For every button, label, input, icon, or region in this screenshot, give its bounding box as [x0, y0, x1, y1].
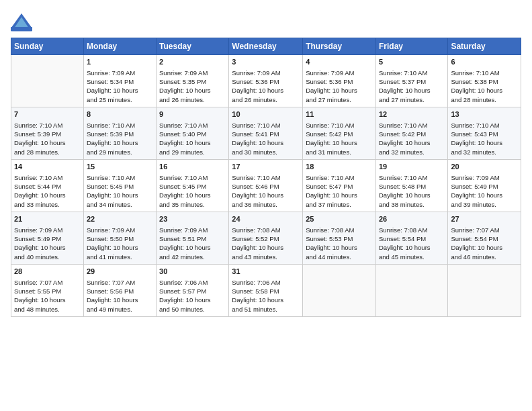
day-number: 3: [232, 57, 300, 67]
day-number: 1: [87, 57, 153, 67]
day-info: Sunrise: 7:10 AM Sunset: 5:47 PM Dayligh…: [306, 173, 373, 209]
day-info: Sunrise: 7:09 AM Sunset: 5:49 PM Dayligh…: [451, 173, 518, 209]
day-cell: 2Sunrise: 7:09 AM Sunset: 5:35 PM Daylig…: [157, 55, 229, 107]
day-info: Sunrise: 7:10 AM Sunset: 5:43 PM Dayligh…: [451, 121, 518, 156]
day-info: Sunrise: 7:06 AM Sunset: 5:58 PM Dayligh…: [232, 278, 300, 314]
day-info: Sunrise: 7:10 AM Sunset: 5:39 PM Dayligh…: [87, 121, 153, 156]
day-cell: 16Sunrise: 7:10 AM Sunset: 5:45 PM Dayli…: [157, 160, 229, 212]
week-row-4: 28Sunrise: 7:07 AM Sunset: 5:55 PM Dayli…: [11, 265, 521, 317]
day-cell: [11, 55, 84, 107]
day-cell: [448, 265, 521, 317]
day-cell: 31Sunrise: 7:06 AM Sunset: 5:58 PM Dayli…: [229, 265, 303, 317]
week-row-0: 1Sunrise: 7:09 AM Sunset: 5:34 PM Daylig…: [11, 55, 521, 107]
day-info: Sunrise: 7:08 AM Sunset: 5:54 PM Dayligh…: [379, 226, 445, 261]
weekday-header-saturday: Saturday: [448, 38, 521, 55]
week-row-3: 21Sunrise: 7:09 AM Sunset: 5:49 PM Dayli…: [11, 212, 521, 265]
day-cell: 24Sunrise: 7:08 AM Sunset: 5:52 PM Dayli…: [229, 212, 303, 265]
day-number: 6: [451, 57, 518, 67]
day-info: Sunrise: 7:10 AM Sunset: 5:42 PM Dayligh…: [379, 121, 445, 156]
day-info: Sunrise: 7:10 AM Sunset: 5:40 PM Dayligh…: [159, 121, 226, 156]
day-number: 23: [159, 214, 226, 224]
day-number: 7: [14, 109, 81, 120]
day-cell: 14Sunrise: 7:10 AM Sunset: 5:44 PM Dayli…: [11, 160, 84, 212]
day-info: Sunrise: 7:10 AM Sunset: 5:46 PM Dayligh…: [232, 173, 300, 209]
day-number: 15: [87, 162, 153, 172]
day-info: Sunrise: 7:10 AM Sunset: 5:45 PM Dayligh…: [159, 173, 226, 209]
day-number: 30: [159, 267, 226, 277]
day-number: 25: [306, 214, 373, 224]
day-cell: 9Sunrise: 7:10 AM Sunset: 5:40 PM Daylig…: [157, 107, 229, 160]
day-info: Sunrise: 7:10 AM Sunset: 5:41 PM Dayligh…: [232, 121, 300, 156]
day-info: Sunrise: 7:09 AM Sunset: 5:36 PM Dayligh…: [232, 68, 300, 104]
day-info: Sunrise: 7:10 AM Sunset: 5:38 PM Dayligh…: [451, 68, 518, 104]
day-cell: 7Sunrise: 7:10 AM Sunset: 5:39 PM Daylig…: [11, 107, 84, 160]
day-number: 10: [232, 109, 300, 120]
day-info: Sunrise: 7:10 AM Sunset: 5:37 PM Dayligh…: [379, 68, 445, 104]
day-info: Sunrise: 7:07 AM Sunset: 5:54 PM Dayligh…: [451, 226, 518, 261]
day-number: 19: [379, 162, 445, 172]
weekday-header-monday: Monday: [83, 38, 156, 55]
day-cell: 23Sunrise: 7:09 AM Sunset: 5:51 PM Dayli…: [157, 212, 229, 265]
day-number: 27: [451, 214, 518, 224]
calendar-table: SundayMondayTuesdayWednesdayThursdayFrid…: [11, 38, 521, 317]
day-info: Sunrise: 7:09 AM Sunset: 5:49 PM Dayligh…: [14, 226, 81, 261]
week-row-2: 14Sunrise: 7:10 AM Sunset: 5:44 PM Dayli…: [11, 160, 521, 212]
day-cell: 28Sunrise: 7:07 AM Sunset: 5:55 PM Dayli…: [11, 265, 84, 317]
day-info: Sunrise: 7:08 AM Sunset: 5:52 PM Dayligh…: [232, 226, 300, 261]
day-info: Sunrise: 7:10 AM Sunset: 5:44 PM Dayligh…: [14, 173, 81, 209]
day-cell: 21Sunrise: 7:09 AM Sunset: 5:49 PM Dayli…: [11, 212, 84, 265]
day-number: 29: [87, 267, 153, 277]
day-number: 17: [232, 162, 300, 172]
weekday-header-sunday: Sunday: [11, 38, 84, 55]
day-cell: [375, 265, 447, 317]
day-info: Sunrise: 7:09 AM Sunset: 5:36 PM Dayligh…: [306, 68, 373, 104]
day-info: Sunrise: 7:07 AM Sunset: 5:55 PM Dayligh…: [14, 278, 81, 314]
day-info: Sunrise: 7:07 AM Sunset: 5:56 PM Dayligh…: [87, 278, 153, 314]
day-number: 2: [159, 57, 226, 67]
day-cell: 17Sunrise: 7:10 AM Sunset: 5:46 PM Dayli…: [229, 160, 303, 212]
day-number: 22: [87, 214, 153, 224]
day-number: 4: [306, 57, 373, 67]
day-info: Sunrise: 7:09 AM Sunset: 5:34 PM Dayligh…: [87, 68, 153, 104]
weekday-header-friday: Friday: [375, 38, 447, 55]
day-cell: 30Sunrise: 7:06 AM Sunset: 5:57 PM Dayli…: [157, 265, 229, 317]
day-number: 12: [379, 109, 445, 120]
day-number: 8: [87, 109, 153, 120]
header: [11, 11, 521, 32]
day-cell: 3Sunrise: 7:09 AM Sunset: 5:36 PM Daylig…: [229, 55, 303, 107]
svg-rect-2: [11, 27, 32, 31]
day-cell: 20Sunrise: 7:09 AM Sunset: 5:49 PM Dayli…: [448, 160, 521, 212]
weekday-header-row: SundayMondayTuesdayWednesdayThursdayFrid…: [11, 38, 521, 55]
page-container: SundayMondayTuesdayWednesdayThursdayFrid…: [0, 0, 532, 322]
day-number: 20: [451, 162, 518, 172]
day-info: Sunrise: 7:09 AM Sunset: 5:51 PM Dayligh…: [159, 226, 226, 261]
day-cell: 4Sunrise: 7:09 AM Sunset: 5:36 PM Daylig…: [303, 55, 376, 107]
day-cell: 19Sunrise: 7:10 AM Sunset: 5:48 PM Dayli…: [375, 160, 447, 212]
day-number: 18: [306, 162, 373, 172]
logo: [11, 11, 35, 32]
day-number: 16: [159, 162, 226, 172]
weekday-header-tuesday: Tuesday: [157, 38, 229, 55]
day-cell: 6Sunrise: 7:10 AM Sunset: 5:38 PM Daylig…: [448, 55, 521, 107]
day-number: 31: [232, 267, 300, 277]
day-cell: 18Sunrise: 7:10 AM Sunset: 5:47 PM Dayli…: [303, 160, 376, 212]
day-number: 11: [306, 109, 373, 120]
day-cell: 26Sunrise: 7:08 AM Sunset: 5:54 PM Dayli…: [375, 212, 447, 265]
day-number: 5: [379, 57, 445, 67]
day-cell: 8Sunrise: 7:10 AM Sunset: 5:39 PM Daylig…: [83, 107, 156, 160]
week-row-1: 7Sunrise: 7:10 AM Sunset: 5:39 PM Daylig…: [11, 107, 521, 160]
day-cell: 11Sunrise: 7:10 AM Sunset: 5:42 PM Dayli…: [303, 107, 376, 160]
day-info: Sunrise: 7:06 AM Sunset: 5:57 PM Dayligh…: [159, 278, 226, 314]
logo-icon: [11, 11, 32, 32]
day-number: 24: [232, 214, 300, 224]
day-number: 26: [379, 214, 445, 224]
day-info: Sunrise: 7:10 AM Sunset: 5:48 PM Dayligh…: [379, 173, 445, 209]
day-number: 21: [14, 214, 81, 224]
day-cell: 27Sunrise: 7:07 AM Sunset: 5:54 PM Dayli…: [448, 212, 521, 265]
day-cell: 12Sunrise: 7:10 AM Sunset: 5:42 PM Dayli…: [375, 107, 447, 160]
day-cell: 22Sunrise: 7:09 AM Sunset: 5:50 PM Dayli…: [83, 212, 156, 265]
day-cell: 1Sunrise: 7:09 AM Sunset: 5:34 PM Daylig…: [83, 55, 156, 107]
day-info: Sunrise: 7:10 AM Sunset: 5:42 PM Dayligh…: [306, 121, 373, 156]
day-info: Sunrise: 7:09 AM Sunset: 5:35 PM Dayligh…: [159, 68, 226, 104]
day-cell: 29Sunrise: 7:07 AM Sunset: 5:56 PM Dayli…: [83, 265, 156, 317]
